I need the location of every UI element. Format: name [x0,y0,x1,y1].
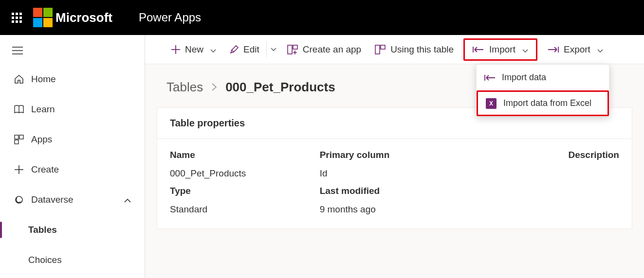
svg-rect-14 [375,45,380,54]
create-app-icon [287,45,298,54]
svg-rect-15 [381,45,385,49]
svg-rect-10 [288,45,292,54]
menu-item-import-data[interactable]: Import data [477,65,609,90]
svg-rect-3 [15,135,18,139]
hamburger-icon [12,47,23,54]
sidebar-item-dataverse[interactable]: Dataverse [0,185,145,215]
table-properties-card: Table properties Name Primary column Des… [157,107,632,229]
edit-split-button[interactable] [266,42,280,57]
new-button[interactable]: New [165,40,223,59]
microsoft-word: Microsoft [55,10,112,25]
app-title: Power Apps [139,11,201,24]
sidebar: Home Learn Apps Create [0,35,145,278]
command-label: Create an app [303,44,361,55]
book-icon [14,105,24,114]
table-icon [375,45,386,54]
prop-value-primary: Id [320,168,470,179]
plus-icon [171,45,180,54]
chevron-down-icon [271,48,276,51]
prop-value-name: 000_Pet_Products [170,168,320,179]
import-icon [473,46,484,53]
prop-value-modified: 9 months ago [320,204,470,215]
svg-rect-5 [15,140,18,144]
menu-item-label: Import data [502,72,546,83]
microsoft-logo-icon [33,8,53,27]
excel-icon [486,98,497,109]
pencil-icon [230,45,239,54]
sidebar-item-home[interactable]: Home [0,64,145,94]
menu-item-label: Import data from Excel [503,98,591,108]
import-button[interactable]: Import [465,40,536,59]
export-button[interactable]: Export [540,40,610,59]
command-bar: New Edit Create an app [145,35,644,64]
import-menu: Import data Import data from Excel [476,64,609,117]
sidebar-item-label: Learn [31,104,55,115]
command-label: Export [564,44,590,55]
sidebar-item-learn[interactable]: Learn [0,94,145,124]
sidebar-item-label: Apps [31,134,52,145]
dataverse-icon [14,194,24,205]
command-label: Using this table [390,44,454,55]
export-icon [547,46,559,53]
sidebar-item-label: Home [31,74,56,85]
sidebar-item-label: Dataverse [31,194,74,205]
sidebar-item-label: Choices [28,255,62,265]
microsoft-logo: Microsoft [33,8,112,27]
waffle-icon [12,13,22,23]
top-header: Microsoft Power Apps [0,0,644,35]
import-icon [484,74,495,82]
command-label: Import [489,44,515,55]
sidebar-item-apps[interactable]: Apps [0,124,145,155]
svg-rect-4 [19,135,23,139]
sidebar-item-tables[interactable]: Tables [0,215,145,245]
chevron-up-icon [124,194,131,205]
using-table-button[interactable]: Using this table [368,40,460,59]
app-launcher-button[interactable] [0,0,33,35]
prop-label-primary: Primary column [320,150,470,161]
breadcrumb-current: 000_Pet_Products [225,80,335,95]
prop-label-description: Description [469,150,619,161]
prop-value-type: Standard [170,204,320,215]
command-label: New [185,44,203,55]
command-label: Edit [243,44,259,55]
prop-label-name: Name [170,150,320,161]
chevron-right-icon [212,81,217,94]
chevron-down-icon [597,44,603,55]
edit-button[interactable]: Edit [223,40,266,59]
prop-label-type: Type [170,186,320,197]
plus-icon [14,165,24,174]
chevron-down-icon [522,44,528,55]
breadcrumb-parent[interactable]: Tables [166,80,203,95]
create-app-button[interactable]: Create an app [280,40,368,59]
home-icon [14,74,24,84]
chevron-down-icon [210,44,216,55]
main-content: New Edit Create an app [145,35,644,278]
sidebar-item-label: Tables [28,225,57,235]
apps-icon [14,135,24,144]
prop-label-modified: Last modified [320,186,470,197]
sidebar-item-label: Create [31,164,59,175]
sidebar-item-choices[interactable]: Choices [0,245,145,275]
sidebar-item-create[interactable]: Create [0,155,145,185]
menu-item-import-excel[interactable]: Import data from Excel [477,90,609,116]
hamburger-button[interactable] [5,41,30,60]
import-button-highlight: Import [463,38,537,61]
svg-rect-11 [293,45,297,49]
